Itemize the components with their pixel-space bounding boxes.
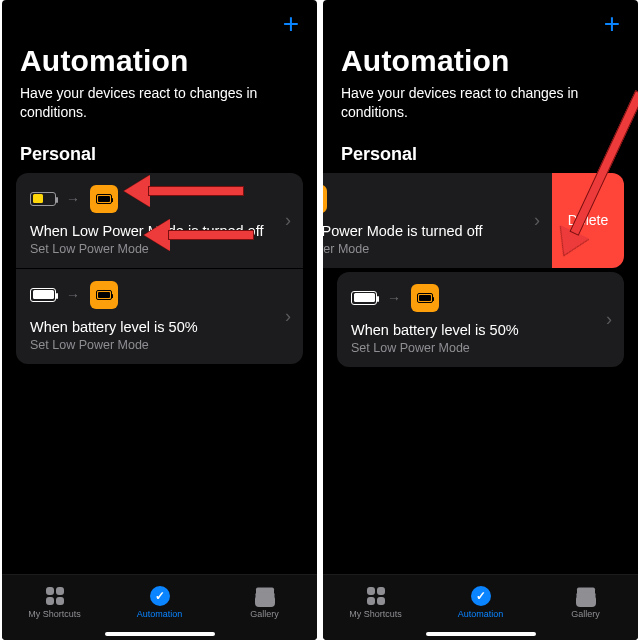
battery-full-icon — [30, 288, 56, 302]
chevron-right-icon: › — [285, 210, 291, 231]
grid-icon — [365, 585, 387, 607]
arrow-icon: → — [387, 290, 401, 306]
low-power-badge-icon — [90, 281, 118, 309]
automation-subtitle: Set Low Power Mode — [30, 242, 289, 256]
section-personal-label: Personal — [2, 130, 317, 173]
battery-full-icon — [351, 291, 377, 305]
page-title: Automation — [341, 44, 620, 78]
tab-automation[interactable]: ✓ Automation — [115, 585, 205, 619]
tab-my-shortcuts[interactable]: My Shortcuts — [10, 585, 100, 619]
arrow-icon: → — [66, 191, 80, 207]
tab-bar: My Shortcuts ✓ Automation Gallery — [2, 574, 317, 640]
add-button[interactable]: + — [604, 10, 620, 38]
header: Automation Have your devices react to ch… — [323, 38, 638, 130]
battery-low-icon — [30, 192, 56, 206]
automation-item-swiped[interactable]: ow Power Mode is turned off Power Mode ›… — [323, 173, 624, 268]
tab-automation[interactable]: ✓ Automation — [436, 585, 526, 619]
tab-gallery[interactable]: Gallery — [541, 585, 631, 619]
top-bar: + — [323, 0, 638, 38]
tab-label: My Shortcuts — [28, 609, 81, 619]
automation-item[interactable]: → When battery level is 50% Set Low Powe… — [16, 268, 303, 364]
icon-row: → — [351, 284, 610, 312]
automation-subtitle: Set Low Power Mode — [351, 341, 610, 355]
chevron-right-icon: › — [534, 210, 540, 231]
page-title: Automation — [20, 44, 299, 78]
automation-list: → When battery level is 50% Set Low Powe… — [337, 272, 624, 367]
automation-title: When battery level is 50% — [30, 319, 289, 335]
check-circle-icon: ✓ — [149, 585, 171, 607]
chevron-right-icon: › — [285, 306, 291, 327]
icon-row: → — [30, 185, 289, 213]
add-button[interactable]: + — [283, 10, 299, 38]
automation-subtitle: Power Mode — [323, 242, 538, 256]
tab-my-shortcuts[interactable]: My Shortcuts — [331, 585, 421, 619]
tab-label: Automation — [137, 609, 183, 619]
tab-label: My Shortcuts — [349, 609, 402, 619]
delete-button[interactable]: Delete — [552, 173, 624, 268]
stack-icon — [575, 585, 597, 607]
tab-label: Gallery — [250, 609, 279, 619]
tab-gallery[interactable]: Gallery — [220, 585, 310, 619]
automation-title: When Low Power Mode is turned off — [30, 223, 289, 239]
low-power-badge-icon — [411, 284, 439, 312]
grid-icon — [44, 585, 66, 607]
automation-list: → When Low Power Mode is turned off Set … — [16, 173, 303, 364]
phone-screen-left: + Automation Have your devices react to … — [2, 0, 317, 640]
check-circle-icon: ✓ — [470, 585, 492, 607]
automation-title: ow Power Mode is turned off — [323, 223, 538, 239]
automation-subtitle: Set Low Power Mode — [30, 338, 289, 352]
top-bar: + — [2, 0, 317, 38]
home-indicator — [426, 632, 536, 636]
phone-screen-right: + Automation Have your devices react to … — [323, 0, 638, 640]
stack-icon — [254, 585, 276, 607]
automation-title: When battery level is 50% — [351, 322, 610, 338]
automation-item[interactable]: → When Low Power Mode is turned off Set … — [16, 173, 303, 268]
page-subtitle: Have your devices react to changes in co… — [20, 84, 299, 122]
low-power-badge-icon — [90, 185, 118, 213]
icon-row — [323, 185, 538, 213]
page-subtitle: Have your devices react to changes in co… — [341, 84, 620, 122]
section-personal-label: Personal — [323, 130, 638, 173]
chevron-right-icon: › — [606, 309, 612, 330]
icon-row: → — [30, 281, 289, 309]
tab-bar: My Shortcuts ✓ Automation Gallery — [323, 574, 638, 640]
home-indicator — [105, 632, 215, 636]
tab-label: Gallery — [571, 609, 600, 619]
arrow-icon: → — [66, 287, 80, 303]
low-power-badge-icon — [323, 185, 327, 213]
tab-label: Automation — [458, 609, 504, 619]
header: Automation Have your devices react to ch… — [2, 38, 317, 130]
delete-label: Delete — [568, 212, 608, 228]
automation-item[interactable]: → When battery level is 50% Set Low Powe… — [337, 272, 624, 367]
